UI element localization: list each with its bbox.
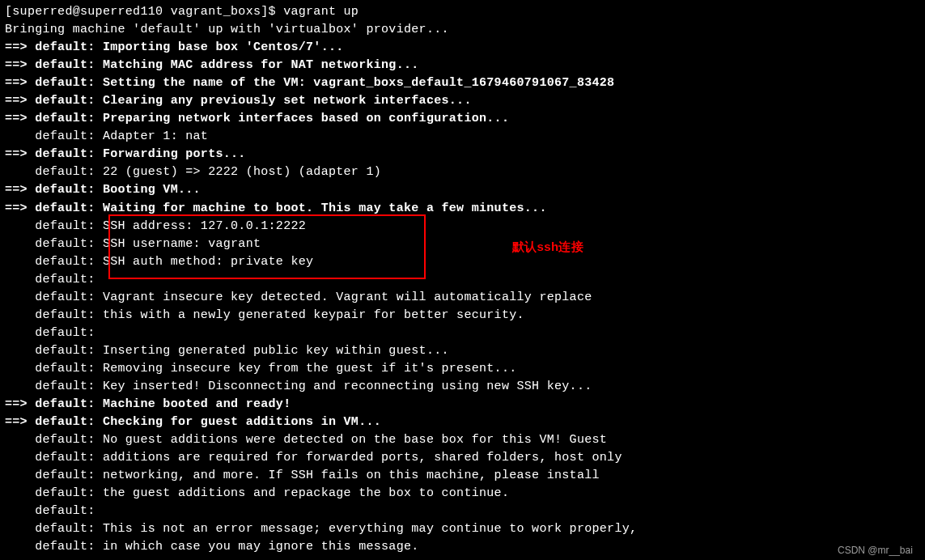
terminal-line: default: in which case you may ignore th…: [5, 538, 920, 556]
terminal-line: default: the guest additions and repacka…: [5, 485, 920, 503]
terminal-line: default: Key inserted! Disconnecting and…: [5, 378, 920, 396]
terminal-line: default: SSH auth method: private key: [5, 253, 920, 271]
terminal-line: default: networking, and more. If SSH fa…: [5, 467, 920, 485]
terminal-output: [superred@superred110 vagrant_boxs]$ vag…: [5, 3, 920, 556]
terminal-line: default: additions are required for forw…: [5, 449, 920, 467]
terminal-line: default: No guest additions were detecte…: [5, 431, 920, 449]
watermark: CSDN @mr__bai: [838, 544, 913, 558]
ssh-annotation: 默认ssh连接: [512, 238, 583, 256]
terminal-line: default: Inserting generated public key …: [5, 342, 920, 360]
terminal-line: ==> default: Importing base box 'Centos/…: [5, 39, 920, 57]
terminal-line: ==> default: Forwarding ports...: [5, 146, 920, 163]
terminal-line: default:: [5, 503, 920, 520]
terminal-line: ==> default: Clearing any previously set…: [5, 92, 920, 110]
terminal-line: default: this with a newly generated key…: [5, 307, 920, 325]
terminal-line: ==> default: Preparing network interface…: [5, 110, 920, 128]
terminal-line: Bringing machine 'default' up with 'virt…: [5, 21, 920, 39]
terminal-line: ==> default: Setting the name of the VM:…: [5, 74, 920, 92]
terminal-line: ==> default: Waiting for machine to boot…: [5, 200, 920, 218]
terminal-line: default: This is not an error message; e…: [5, 520, 920, 538]
output-lines: Bringing machine 'default' up with 'virt…: [5, 21, 920, 556]
terminal-line: default: SSH username: vagrant: [5, 235, 920, 253]
terminal-line: default:: [5, 325, 920, 342]
terminal-line: default: Vagrant insecure key detected. …: [5, 289, 920, 307]
terminal-line: ==> default: Matching MAC address for NA…: [5, 57, 920, 74]
terminal-line: default: 22 (guest) => 2222 (host) (adap…: [5, 163, 920, 181]
terminal-line: default: SSH address: 127.0.0.1:2222: [5, 218, 920, 235]
terminal-line: ==> default: Checking for guest addition…: [5, 414, 920, 431]
terminal-line: default: Removing insecure key from the …: [5, 360, 920, 378]
terminal-line: default:: [5, 271, 920, 289]
terminal-line: ==> default: Machine booted and ready!: [5, 396, 920, 414]
prompt-line: [superred@superred110 vagrant_boxs]$ vag…: [5, 3, 920, 21]
terminal-line: default: Adapter 1: nat: [5, 128, 920, 146]
terminal-line: ==> default: Booting VM...: [5, 181, 920, 199]
